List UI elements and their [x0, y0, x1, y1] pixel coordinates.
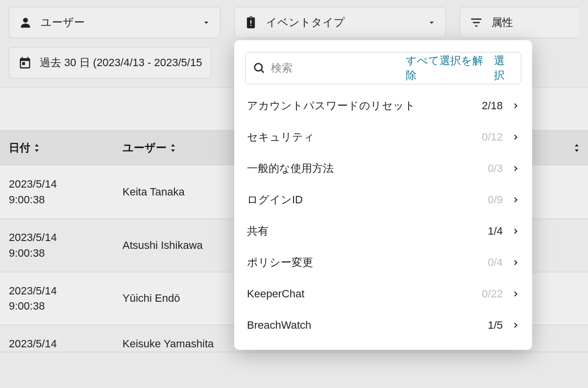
user-filter-label: ユーザー	[41, 15, 85, 30]
attribute-filter-label: 属性	[491, 15, 513, 30]
chevron-right-icon	[512, 290, 519, 298]
select-link[interactable]: 選択	[494, 53, 514, 83]
cell-date: 2023/5/149:00:38	[9, 230, 122, 261]
cell-date: 2023/5/14	[9, 336, 122, 352]
user-filter[interactable]: ユーザー	[9, 7, 220, 38]
column-header-user-label: ユーザー	[122, 141, 167, 155]
date-range-label: 過去 30 日 (2023/4/13 - 2023/5/15	[40, 55, 202, 70]
svg-point-1	[255, 64, 262, 71]
chevron-right-icon	[512, 133, 519, 141]
chevron-right-icon	[512, 259, 519, 267]
dropdown-item-login-id[interactable]: ログインID 0/9	[234, 184, 532, 216]
sort-icon	[34, 144, 39, 152]
svg-line-2	[261, 70, 264, 73]
dropdown-item-count: 0/9	[488, 194, 503, 206]
dropdown-item-count: 0/4	[488, 256, 503, 269]
dropdown-item-keeperchat[interactable]: KeeperChat 0/22	[234, 278, 532, 310]
filter-icon	[469, 15, 484, 30]
dropdown-item-label: 共有	[247, 224, 488, 239]
cell-date: 2023/5/149:00:38	[9, 176, 122, 208]
event-type-filter-label: イベントタイプ	[266, 15, 345, 30]
dropdown-item-label: セキュリティ	[247, 130, 482, 145]
sort-icon	[574, 144, 579, 152]
chevron-right-icon	[512, 165, 519, 172]
deselect-all-link[interactable]: すべて選択を解除	[406, 53, 487, 83]
calendar-icon	[18, 56, 32, 70]
dropdown-item-label: ログインID	[247, 193, 488, 207]
chevron-right-icon	[512, 196, 519, 204]
dropdown-item-label: アカウントパスワードのリセット	[247, 98, 482, 113]
chevron-right-icon	[512, 102, 519, 110]
cell-date: 2023/5/149:00:38	[9, 283, 122, 315]
dropdown-item-policy-change[interactable]: ポリシー変更 0/4	[234, 247, 532, 278]
svg-point-0	[23, 18, 28, 23]
dropdown-search-input[interactable]	[271, 62, 406, 74]
dropdown-item-count: 0/12	[482, 131, 503, 144]
dropdown-item-count: 1/5	[488, 319, 503, 332]
dropdown-item-count: 0/3	[488, 162, 503, 175]
search-icon	[252, 61, 266, 75]
clipboard-alert-icon	[244, 15, 258, 30]
dropdown-item-general-usage[interactable]: 一般的な使用方法 0/3	[234, 153, 532, 184]
dropdown-item-breachwatch[interactable]: BreachWatch 1/5	[234, 310, 532, 341]
event-type-dropdown: すべて選択を解除 選択 アカウントパスワードのリセット 2/18 セキュリティ …	[234, 40, 532, 350]
dropdown-item-count: 1/4	[488, 225, 503, 238]
sort-icon	[171, 144, 175, 152]
date-range-filter[interactable]: 過去 30 日 (2023/4/13 - 2023/5/15	[9, 47, 211, 78]
column-header-date[interactable]: 日付	[9, 141, 122, 155]
dropdown-item-count: 2/18	[482, 99, 503, 112]
dropdown-item-account-password-reset[interactable]: アカウントパスワードのリセット 2/18	[234, 90, 532, 121]
dropdown-item-label: ポリシー変更	[247, 255, 488, 270]
attribute-filter[interactable]: 属性	[460, 7, 579, 38]
dropdown-search-row: すべて選択を解除 選択	[245, 52, 521, 84]
column-header-date-label: 日付	[9, 141, 30, 155]
chevron-right-icon	[512, 321, 519, 329]
dropdown-item-label: 一般的な使用方法	[247, 161, 488, 176]
chevron-down-icon	[201, 18, 211, 27]
dropdown-item-label: BreachWatch	[247, 319, 488, 332]
dropdown-item-label: KeeperChat	[247, 288, 482, 300]
person-icon	[18, 15, 33, 30]
chevron-down-icon	[427, 18, 437, 27]
event-type-filter[interactable]: イベントタイプ	[234, 7, 446, 38]
dropdown-item-security[interactable]: セキュリティ 0/12	[234, 121, 532, 153]
chevron-right-icon	[512, 227, 519, 235]
dropdown-item-sharing[interactable]: 共有 1/4	[234, 216, 532, 247]
dropdown-item-count: 0/22	[482, 288, 503, 300]
